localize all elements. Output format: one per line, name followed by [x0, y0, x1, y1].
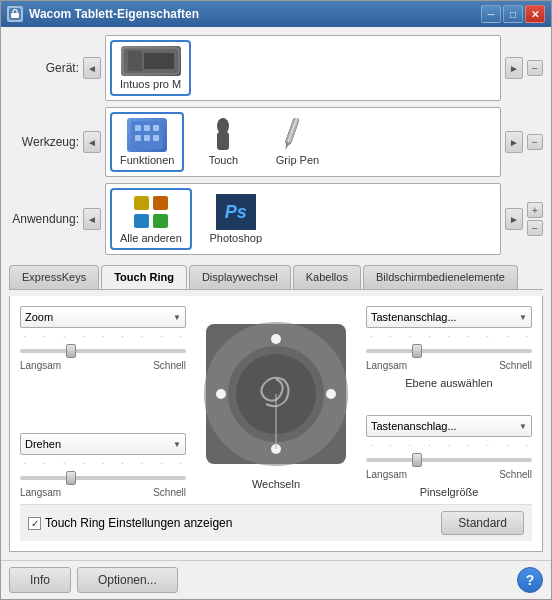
app-item-photoshop[interactable]: Ps Photoshop [196, 190, 276, 248]
tab-expresskeys[interactable]: ExpressKeys [9, 265, 99, 289]
app-items-container: Alle anderen Ps Photoshop [105, 183, 501, 255]
app-next-button[interactable]: ► [505, 208, 523, 230]
tab-touchring[interactable]: Touch Ring [101, 265, 187, 289]
app-remove-button[interactable]: − [527, 220, 543, 236]
right-top-slider: ········· Langsam Schnell [366, 332, 532, 371]
right-top-slider-labels: Langsam Schnell [366, 360, 532, 371]
tool-prev-button[interactable]: ◄ [83, 131, 101, 153]
right-top-sublabel: Ebene auswählen [366, 377, 532, 389]
window-title: Wacom Tablett-Eigenschaften [29, 7, 481, 21]
app-label: Anwendung: [9, 212, 79, 226]
tool-item-grip-pen[interactable]: Grip Pen [262, 114, 332, 170]
info-button[interactable]: Info [9, 567, 71, 593]
tab-kabellos[interactable]: Kabellos [293, 265, 361, 289]
svg-point-12 [217, 118, 229, 134]
svg-point-26 [326, 389, 336, 399]
svg-point-25 [271, 334, 281, 344]
tool-items-container: Funktionen Touch [105, 107, 501, 177]
left-top-slider-track[interactable] [20, 344, 186, 358]
touchring-settings-checkbox[interactable] [28, 517, 41, 530]
right-bottom-dropdown-row: Tastenanschlag... ▼ [366, 415, 532, 437]
svg-rect-3 [128, 51, 142, 71]
tab-displaywechsel[interactable]: Displaywechsel [189, 265, 291, 289]
tabs-area: ExpressKeys Touch Ring Displaywechsel Ka… [9, 265, 543, 290]
svg-rect-7 [144, 125, 150, 131]
left-bottom-slider-thumb[interactable] [66, 471, 76, 485]
app-icon-alle-anderen [131, 194, 171, 230]
svg-rect-8 [153, 125, 159, 131]
right-bottom-dropdown[interactable]: Tastenanschlag... ▼ [366, 415, 532, 437]
main-window: Wacom Tablett-Eigenschaften ─ □ ✕ Gerät:… [0, 0, 552, 600]
tab-bildschirm[interactable]: Bildschirmbedienelemente [363, 265, 518, 289]
tool-remove-button[interactable]: − [527, 134, 543, 150]
titlebar-buttons: ─ □ ✕ [481, 5, 545, 23]
device-name: Intuos pro M [120, 78, 181, 90]
tool-item-touch[interactable]: Touch [188, 114, 258, 170]
content-area: Gerät: ◄ Intuos pro M ► − [1, 27, 551, 560]
standard-button[interactable]: Standard [441, 511, 524, 535]
left-top-dropdown[interactable]: Zoom ▼ [20, 306, 186, 328]
dropdown-arrow-icon-2: ▼ [173, 440, 181, 449]
tab-content-touchring: Zoom ▼ ········· [9, 296, 543, 552]
ring-canvas [196, 314, 356, 474]
right-top-slider-track[interactable] [366, 344, 532, 358]
app-name-alle-anderen: Alle anderen [120, 232, 182, 244]
dropdown-arrow-icon-4: ▼ [519, 422, 527, 431]
ring-center-label: Wechseln [252, 478, 300, 490]
svg-rect-1 [11, 13, 19, 18]
svg-rect-19 [153, 196, 168, 210]
device-next-button[interactable]: ► [505, 57, 523, 79]
right-bottom-slider-thumb[interactable] [412, 453, 422, 467]
right-top-dropdown[interactable]: Tastenanschlag... ▼ [366, 306, 532, 328]
tool-item-funktionen[interactable]: Funktionen [110, 112, 184, 172]
checkbox-row: Touch Ring Einstellungen anzeigen [28, 516, 433, 530]
left-bottom-slider-bg [20, 476, 186, 480]
right-panel: Tastenanschlag... ▼ ········· [366, 306, 532, 498]
tool-next-button[interactable]: ► [505, 131, 523, 153]
device-prev-button[interactable]: ◄ [83, 57, 101, 79]
left-panel: Zoom ▼ ········· [20, 306, 186, 498]
device-remove-button[interactable]: − [527, 60, 543, 76]
app-row: Anwendung: ◄ Alle anderen [9, 183, 543, 255]
app-name-photoshop: Photoshop [209, 232, 262, 244]
app-icon-photoshop: Ps [216, 194, 256, 230]
help-button[interactable]: ? [517, 567, 543, 593]
left-top-slider-bg [20, 349, 186, 353]
tool-name-grip-pen: Grip Pen [276, 154, 319, 166]
dropdown-arrow-icon-3: ▼ [519, 313, 527, 322]
app-item-alle-anderen[interactable]: Alle anderen [110, 188, 192, 250]
svg-rect-18 [134, 196, 149, 210]
footer: Info Optionen... ? [1, 560, 551, 599]
options-button[interactable]: Optionen... [77, 567, 178, 593]
right-top-slider-thumb[interactable] [412, 344, 422, 358]
device-label: Gerät: [9, 61, 79, 75]
right-bottom-sublabel: Pinselgröße [366, 486, 532, 498]
left-top-slider-thumb[interactable] [66, 344, 76, 358]
left-top-dropdown-row: Zoom ▼ [20, 306, 186, 328]
svg-rect-4 [144, 53, 174, 69]
app-prev-button[interactable]: ◄ [83, 208, 101, 230]
left-bottom-slider-track[interactable] [20, 471, 186, 485]
titlebar-icon [7, 6, 23, 22]
right-bottom-slider-track[interactable] [366, 453, 532, 467]
app-add-button[interactable]: + [527, 202, 543, 218]
device-image [121, 46, 181, 76]
maximize-button[interactable]: □ [503, 5, 523, 23]
minimize-button[interactable]: ─ [481, 5, 501, 23]
device-row: Gerät: ◄ Intuos pro M ► − [9, 35, 543, 101]
svg-rect-11 [153, 135, 159, 141]
tool-label: Werkzeug: [9, 135, 79, 149]
svg-rect-16 [286, 118, 299, 145]
tool-icon-touch [208, 118, 238, 152]
titlebar: Wacom Tablett-Eigenschaften ─ □ ✕ [1, 1, 551, 27]
svg-rect-6 [135, 125, 141, 131]
left-bottom-dropdown[interactable]: Drehen ▼ [20, 433, 186, 455]
checkbox-label: Touch Ring Einstellungen anzeigen [45, 516, 232, 530]
close-button[interactable]: ✕ [525, 5, 545, 23]
device-item-intuos[interactable]: Intuos pro M [110, 40, 191, 96]
touchring-layout: Zoom ▼ ········· [20, 306, 532, 498]
left-top-slider-labels: Langsam Schnell [20, 360, 186, 371]
tool-icon-grip-pen [275, 118, 319, 152]
svg-rect-10 [144, 135, 150, 141]
svg-rect-9 [135, 135, 141, 141]
